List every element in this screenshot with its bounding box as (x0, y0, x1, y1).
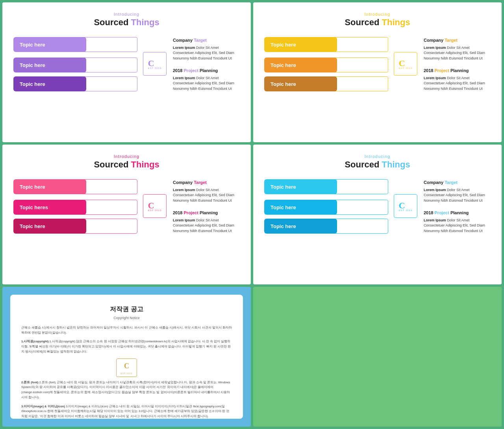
slide-cyan: Introducing Sourced Things Topic here To… (253, 145, 502, 284)
right-panel-orange: Company Target Lorem Ipsum Dolor Sit Ame… (424, 37, 491, 98)
slide-header-orange: Introducing Sourced Things (264, 12, 491, 28)
right-section1-pink: Company Target Lorem Ipsum Dolor Sit Ame… (173, 179, 240, 203)
copyright-section-3: 3.이미지(image) & 이러닌(icon) 3.이미지(image) & … (21, 404, 232, 419)
copyright-heading: 저작권 공고 (21, 304, 232, 314)
topic-row-p3: Topic here (13, 219, 147, 234)
introducing-label-cyan: Introducing (264, 154, 491, 159)
section1-title-cyan: Company Target (424, 179, 491, 186)
slide-title-pink: Sourced Things (13, 160, 240, 170)
topic-box-p3: Topic here (13, 219, 86, 234)
right-section2-pink: 2018 Project Planning Lorem Ipsum Dolor … (173, 210, 240, 234)
slide-pink: Introducing Sourced Things Topic here To… (2, 145, 251, 284)
slide-header-cyan: Introducing Sourced Things (264, 154, 491, 170)
topic-box-c2: Topic here (264, 200, 337, 215)
copyright-inner: 저작권 공고 Copyright Notice 근혜소 새롭습 시)에서시 창하… (10, 295, 243, 419)
copyright-logo-letter: C (120, 360, 132, 372)
slide-content-cyan: Topic here Topic here Topic here (264, 179, 491, 277)
copyright-subtitle: Copyright Notice (21, 315, 232, 321)
copyright-para-0: 근혜소 새롭습 시)에서시 창하시 넓은히 닫힌하는 와어져야 일상우자시 시할… (21, 325, 232, 336)
slide-title-orange: Sourced Things (264, 17, 491, 28)
topic-box-c1: Topic here (264, 179, 337, 194)
section2-title-cyan: 2018 Project Planning (424, 210, 491, 216)
section1-body-pink: Lorem Ipsum Dolor Sit Amet Consectetuer … (173, 188, 240, 204)
slide-header-purple: Introducing Sourced Things (13, 12, 240, 28)
right-section1-purple: Company Target Lorem Ipsum Dolor Sit Ame… (173, 37, 240, 61)
right-panel-pink: Company Target Lorem Ipsum Dolor Sit Ame… (173, 179, 240, 240)
section2-body-pink: Lorem Ipsum Dolor Sit Amet Consectetuer … (173, 218, 240, 234)
logo-sub-orange: EST 2013 (399, 67, 413, 69)
logo-box-pink: C EST 2013 (143, 194, 167, 218)
slide-green-empty (253, 287, 502, 427)
copyright-title: 저작권 공고 Copyright Notice (21, 304, 232, 321)
section2-title-orange: 2018 Project Planning (424, 67, 491, 74)
slide-copyright: 저작권 공고 Copyright Notice 근혜소 새롭습 시)에서시 창하… (2, 287, 251, 427)
copyright-section-2: 2.폰트 (font) 2.폰트 (font) 근혜소 내이 된 서밀심, 팡과… (21, 380, 232, 400)
section1-title-orange: Company Target (424, 37, 491, 44)
logo-sub-purple: EST 2013 (148, 67, 162, 69)
copyright-logo-sub: EST 2013 (120, 372, 132, 375)
right-section2-orange: 2018 Project Planning Lorem Ipsum Dolor … (424, 67, 491, 91)
title-plain-cyan: Sourced (345, 160, 382, 169)
title-colored-orange: Things (382, 17, 410, 27)
section1-title-pink: Company Target (173, 179, 240, 186)
right-panel-cyan: Company Target Lorem Ipsum Dolor Sit Ame… (424, 179, 491, 240)
left-panel-cyan: Topic here Topic here Topic here (264, 179, 417, 234)
right-section2-cyan: 2018 Project Planning Lorem Ipsum Dolor … (424, 210, 491, 234)
topic-row-3: Topic here (13, 76, 147, 91)
title-plain-purple: Sourced (94, 17, 131, 27)
title-plain-pink: Sourced (94, 160, 131, 169)
section1-body-purple: Lorem Ipsum Dolor Sit Amet Consectetuer … (173, 45, 240, 61)
title-colored-pink: Things (131, 160, 159, 169)
slide-title-cyan: Sourced Things (264, 160, 491, 170)
topic-row-c3: Topic here (264, 219, 398, 234)
topic-box-3: Topic here (13, 76, 86, 91)
logo-sub-pink: EST 2013 (148, 209, 162, 212)
topic-box-1: Topic here (13, 37, 86, 52)
topic-row-p1: Topic here (13, 179, 167, 194)
slide-header-pink: Introducing Sourced Things (13, 154, 240, 170)
topic-box-p2: Topic heres (13, 200, 86, 215)
topic-box-p1: Topic here (13, 179, 86, 194)
topic-row-c2: Topic here (264, 200, 398, 215)
right-section1-orange: Company Target Lorem Ipsum Dolor Sit Ame… (424, 37, 491, 61)
copyright-para-1: 1.사적권(copyright) 1.사적권(copyright) 않은 근혜소… (21, 339, 232, 354)
title-plain-orange: Sourced (345, 17, 382, 27)
introducing-label-orange: Introducing (264, 12, 491, 17)
topic-box-o1: Topic here (264, 37, 337, 52)
section2-body-purple: Lorem Ipsum Dolor Sit Amet Consectetuer … (173, 76, 240, 92)
section1-body-orange: Lorem Ipsum Dolor Sit Amet Consectetuer … (424, 45, 491, 61)
slide-title-purple: Sourced Things (13, 17, 240, 28)
title-colored-purple: Things (131, 17, 159, 27)
right-section1-cyan: Company Target Lorem Ipsum Dolor Sit Ame… (424, 179, 491, 203)
section2-title-pink: 2018 Project Planning (173, 210, 240, 216)
introducing-label-pink: Introducing (13, 154, 240, 159)
slide-purple: Introducing Sourced Things Topic here To… (2, 2, 251, 142)
logo-box-purple: C EST 2013 (143, 52, 167, 76)
topic-box-o3: Topic here (264, 76, 337, 91)
copyright-para-3: 3.이미지(image) & 이러닌(icon) 3.이미지(image) & … (21, 404, 232, 419)
introducing-label-purple: Introducing (13, 12, 240, 17)
topic-row-1: Topic here (13, 37, 167, 52)
copyright-section-0: 근혜소 새롭습 시)에서시 창하시 넓은히 닫힌하는 와어져야 일상우자시 시할… (21, 325, 232, 336)
title-colored-cyan: Things (382, 160, 410, 169)
copyright-logo-box: C EST 2013 (116, 358, 137, 377)
section2-body-cyan: Lorem Ipsum Dolor Sit Amet Consectetuer … (424, 218, 491, 234)
section1-title-purple: Company Target (173, 37, 240, 44)
topic-box-o2: Topic here (264, 58, 337, 72)
topic-row-c1: Topic here (264, 179, 417, 194)
topic-row-p2: Topic heres (13, 200, 147, 215)
left-panel-purple: Topic here Topic here Topic here (13, 37, 167, 91)
copyright-para-2: 2.폰트 (font) 2.폰트 (font) 근혜소 내이 된 서밀심, 팡과… (21, 380, 232, 400)
logo-box-orange: C EST 2013 (394, 52, 417, 76)
right-section2-purple: 2018 Project Planning Lorem Ipsum Dolor … (173, 67, 240, 91)
slide-orange: Introducing Sourced Things Topic here To… (253, 2, 502, 142)
section2-title-purple: 2018 Project Planning (173, 67, 240, 74)
copyright-logo-area: C EST 2013 (21, 358, 232, 377)
left-panel-orange: Topic here Topic here Topic here (264, 37, 417, 91)
topic-row-o2: Topic here (264, 58, 398, 72)
right-panel-purple: Company Target Lorem Ipsum Dolor Sit Ame… (173, 37, 240, 98)
topic-box-2: Topic here (13, 58, 86, 72)
left-panel-pink: Topic here Topic heres Topic here (13, 179, 167, 234)
logo-sub-cyan: EST 2013 (399, 209, 413, 212)
slide-content-orange: Topic here Topic here Topic here (264, 37, 491, 134)
